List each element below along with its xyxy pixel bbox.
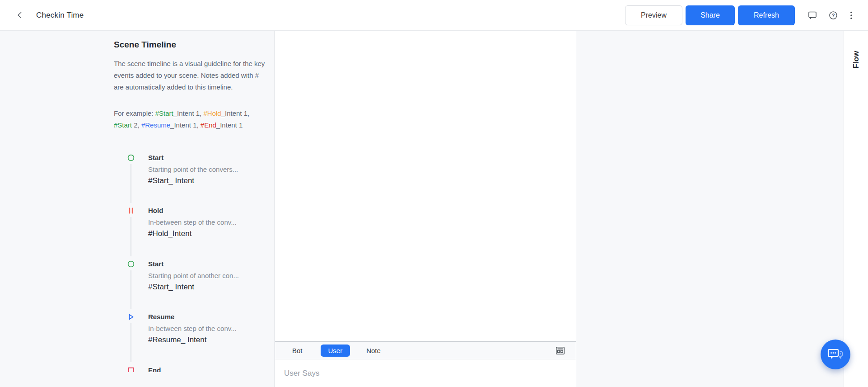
timeline-item-text: Start Starting point of another con... #… [148,260,275,293]
share-button[interactable]: Share [686,5,735,25]
svg-text:?: ? [832,13,835,18]
more-menu-button[interactable] [844,8,859,23]
comment-icon [807,10,817,20]
comment-button[interactable] [805,8,820,23]
timeline-item-intent: #Start_ Intent [148,175,275,187]
timeline-item-description: In-between step of the conv... [148,217,275,228]
chat-fab-button[interactable] [821,340,850,369]
tab-note[interactable]: Note [366,347,381,354]
timeline-item-hold: Hold In-between step of the conv... #Hol… [127,206,275,240]
composer-input-area [275,359,576,387]
start-circle-icon [127,260,135,268]
flow-tab[interactable]: Flow [852,51,861,69]
timeline-item-resume: Resume In-between step of the conv... #R… [127,312,275,346]
timeline-item-title: Hold [148,206,275,215]
main-area: Scene Timeline The scene timeline is a v… [0,31,868,387]
flow-canvas-area[interactable] [576,31,844,387]
timeline-item-intent: #Start_ Intent [148,281,275,293]
resume-play-icon [127,313,135,321]
timeline-item-description: In-between step of the conv... [148,323,275,334]
timeline-item-title: Start [148,260,275,269]
timeline-item-title: Resume [148,312,275,321]
tab-user[interactable]: User [321,345,350,357]
hold-pause-icon [127,207,135,214]
timeline-item-title: End [148,366,275,372]
timeline-item-description: Starting point of another con... [148,270,275,281]
help-button[interactable]: ? [826,8,841,23]
layout-toggle-button[interactable] [555,346,565,355]
timeline-item-intent: #Resume_ Intent [148,334,275,346]
timeline-item-intent: #Hold_Intent [148,228,275,240]
timeline-list: Start Starting point of the convers... #… [0,31,275,372]
chevron-left-icon [16,11,23,19]
kebab-menu-icon [847,10,856,20]
timeline-item-text: Hold In-between step of the conv... #Hol… [148,206,275,240]
table-layout-icon [555,346,565,355]
user-says-input[interactable] [284,369,555,378]
scene-timeline-panel: Scene Timeline The scene timeline is a v… [0,31,275,387]
conversation-panel: Bot User Note [275,31,576,387]
end-square-icon [127,367,135,372]
timeline-item-text: Resume In-between step of the conv... #R… [148,312,275,346]
flow-side-panel: Flow [844,31,868,387]
header: Checkin Time Preview Share Refresh ? [0,0,868,31]
timeline-item-start-2: Start Starting point of another con... #… [127,260,275,293]
chat-bubbles-icon [827,347,844,362]
conversation-canvas[interactable] [275,31,576,341]
preview-button[interactable]: Preview [625,5,682,25]
timeline-item-description: Starting point of the convers... [148,164,275,175]
tab-bot[interactable]: Bot [292,347,303,354]
timeline-item-title: Start [148,153,275,162]
timeline-item-start-1: Start Starting point of the convers... #… [127,153,275,187]
help-icon: ? [828,10,838,20]
timeline-item-text: Start Starting point of the convers... #… [148,153,275,187]
page-title: Checkin Time [36,11,84,20]
back-button[interactable] [14,9,26,22]
timeline-item-text: End [148,366,275,372]
composer-tabbar: Bot User Note [275,341,576,359]
refresh-button[interactable]: Refresh [738,5,795,25]
timeline-item-end: End [127,366,275,372]
start-circle-icon [127,154,135,161]
